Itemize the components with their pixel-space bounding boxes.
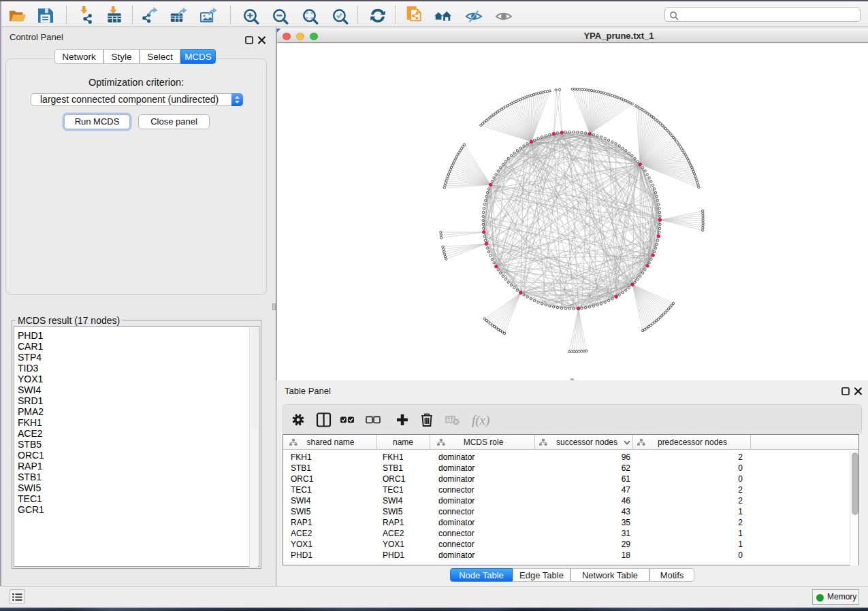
svg-text:f(x): f(x) [472, 413, 489, 428]
